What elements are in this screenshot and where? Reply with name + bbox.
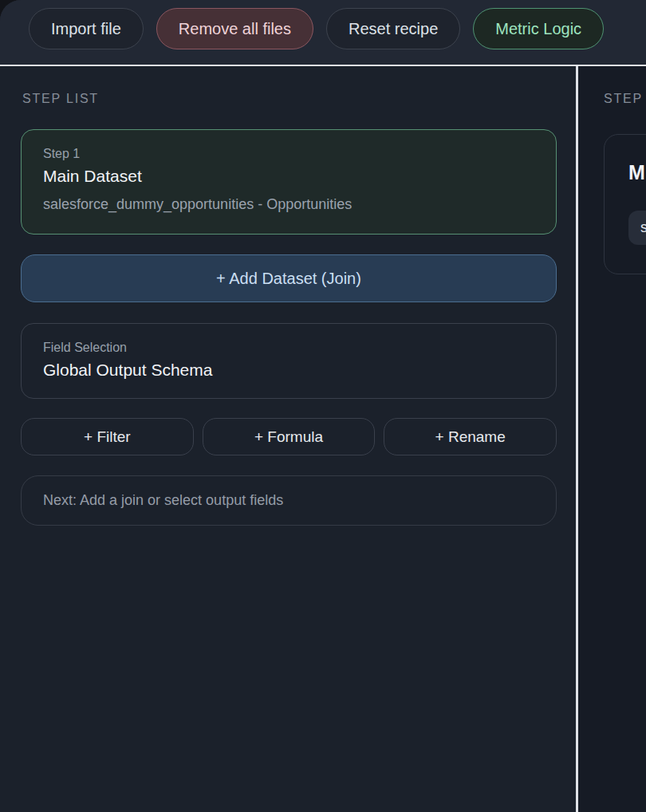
field-selection-card[interactable]: Field Selection Global Output Schema xyxy=(21,323,557,399)
step-number-label: Step 1 xyxy=(43,147,534,161)
step-detail-panel: STEP M s xyxy=(578,66,646,812)
step-detail-card-title: M xyxy=(628,161,646,184)
step-name: Main Dataset xyxy=(43,167,534,186)
add-dataset-join-button[interactable]: + Add Dataset (Join) xyxy=(21,254,557,302)
dataset-chip[interactable]: s xyxy=(628,211,646,245)
field-selection-label: Field Selection xyxy=(43,341,534,355)
dataset-chip-text: s xyxy=(640,219,646,236)
app-window: Import file Remove all files Reset recip… xyxy=(0,0,646,812)
step-detail-card: M s xyxy=(604,134,646,274)
next-hint-box: Next: Add a join or select output fields xyxy=(21,475,557,526)
next-hint-text: Next: Add a join or select output fields xyxy=(43,492,283,509)
content-area: STEP LIST Step 1 Main Dataset salesforce… xyxy=(0,66,646,812)
metric-logic-button[interactable]: Metric Logic xyxy=(473,8,604,49)
step-source: salesforce_dummy_opportunities - Opportu… xyxy=(43,196,534,213)
add-rename-button[interactable]: + Rename xyxy=(384,418,557,455)
field-selection-name: Global Output Schema xyxy=(43,361,534,380)
step-1-card[interactable]: Step 1 Main Dataset salesforce_dummy_opp… xyxy=(21,129,557,235)
step-list-title: STEP LIST xyxy=(22,92,557,106)
remove-all-files-button[interactable]: Remove all files xyxy=(156,8,313,49)
step-detail-title: STEP xyxy=(604,92,646,106)
add-formula-button[interactable]: + Formula xyxy=(203,418,376,455)
step-list-panel: STEP LIST Step 1 Main Dataset salesforce… xyxy=(0,66,576,812)
add-filter-button[interactable]: + Filter xyxy=(21,418,194,455)
import-file-button[interactable]: Import file xyxy=(29,8,144,49)
toolbar: Import file Remove all files Reset recip… xyxy=(0,0,646,66)
step-actions-row: + Filter + Formula + Rename xyxy=(21,418,557,455)
reset-recipe-button[interactable]: Reset recipe xyxy=(326,8,460,49)
